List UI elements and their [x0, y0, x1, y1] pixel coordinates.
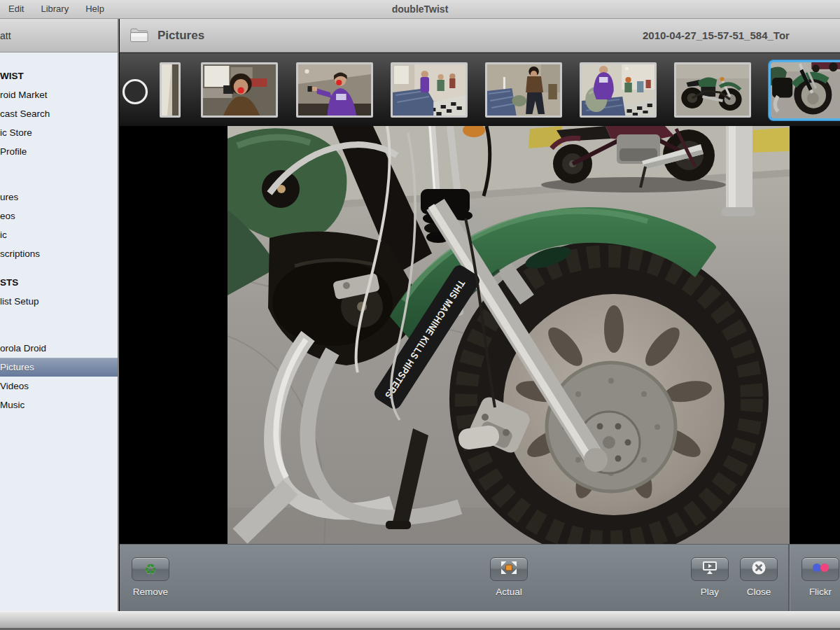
thumbnail-8-motorcycle-front[interactable] [769, 60, 840, 120]
thumbnail-3-man-red-nose[interactable] [296, 62, 373, 118]
thumbnail-7-motorcycle-side[interactable] [674, 62, 751, 118]
sidebar-account-header: att [0, 19, 119, 52]
sidebar-item-list-setup[interactable]: list Setup [0, 292, 118, 311]
thumbnail-4-room-group[interactable] [391, 62, 468, 118]
close-circle-icon [751, 560, 766, 578]
sidebar-item-videos[interactable]: Videos [0, 377, 118, 396]
sidebar-item-cast-search[interactable]: cast Search [0, 104, 118, 123]
sidebar-section-2: STSlist Setup [0, 273, 118, 311]
remove-button[interactable]: ♻ [132, 557, 169, 581]
thumbnail-strip [120, 52, 840, 126]
play-button[interactable] [691, 557, 729, 581]
motorcycle-photo: THIS MACHINE KILLS HIPSTERS [227, 126, 790, 544]
thumbnail-5-woman-standing[interactable] [485, 62, 562, 118]
sidebar-item-profile[interactable]: Profile [0, 142, 118, 161]
sidebar-item-music[interactable]: Music [0, 396, 118, 414]
sidebar-item-scriptions[interactable]: scriptions [0, 244, 118, 263]
actual-button[interactable] [490, 557, 528, 581]
menu-item-help[interactable]: Help [77, 0, 113, 18]
thumbnail-1-partial-interior[interactable] [160, 62, 181, 118]
menu-item-library[interactable]: Library [32, 0, 77, 18]
sidebar-item-ures[interactable]: ures [0, 188, 118, 206]
page-title: Pictures [158, 19, 204, 52]
sidebar-section-0: WISTroid Marketcast Searchic StoreProfil… [0, 66, 118, 161]
thumbnail-6-man-with-bag[interactable] [580, 62, 657, 118]
sidebar-item-wist[interactable]: WIST [0, 66, 118, 85]
thumbnail-2-woman-red-nose[interactable] [201, 62, 278, 118]
remove-button-label: Remove [119, 587, 182, 597]
sidebar-item-sts[interactable]: STS [0, 273, 118, 292]
toolbar-divider [788, 545, 790, 612]
sidebar-item-ic-store[interactable]: ic Store [0, 123, 118, 142]
background-motorcycle [541, 126, 726, 192]
folder-icon [130, 28, 148, 46]
flickr-button[interactable] [802, 557, 839, 581]
close-button[interactable] [740, 557, 778, 581]
sidebar-list: WISTroid Marketcast Searchic StoreProfil… [0, 52, 119, 611]
photo-canvas: THIS MACHINE KILLS HIPSTERS [227, 126, 790, 544]
photo-filename: 2010-04-27_15-57-51_584_Tor [643, 19, 790, 52]
window-title: doubleTwist [0, 0, 840, 18]
sidebar-section-1: ureseosicscriptions [0, 188, 118, 263]
status-bar [0, 611, 840, 628]
flickr-dots-icon [811, 561, 830, 577]
play-screen-icon [701, 560, 719, 578]
flickr-button-label: Flickr [789, 587, 840, 597]
sidebar-item-ic[interactable]: ic [0, 225, 118, 244]
actual-button-label: Actual [477, 587, 540, 597]
close-button-label: Close [727, 587, 790, 597]
actual-size-icon [500, 560, 518, 578]
photo-viewer: THIS MACHINE KILLS HIPSTERS [120, 126, 840, 544]
sidebar-item-pictures[interactable]: Pictures [0, 358, 118, 377]
scroll-left-button[interactable] [122, 78, 148, 105]
sidebar-item-orola-droid[interactable]: orola Droid [0, 339, 118, 358]
account-label: att [0, 30, 11, 41]
sidebar-item-eos[interactable]: eos [0, 206, 118, 225]
menu-item-edit[interactable]: Edit [0, 0, 32, 18]
recycle-icon: ♻ [144, 562, 157, 577]
menu-bar: doubleTwist EditLibraryHelp [0, 0, 840, 19]
content-header: Pictures 2010-04-27_15-57-51_584_Tor [120, 19, 840, 52]
sidebar-item-roid-market[interactable]: roid Market [0, 85, 118, 104]
photo-toolbar: ♻RemoveActualPlayCloseFlickr [120, 544, 840, 611]
sidebar-section-3: orola DroidPicturesVideosMusic [0, 339, 118, 414]
